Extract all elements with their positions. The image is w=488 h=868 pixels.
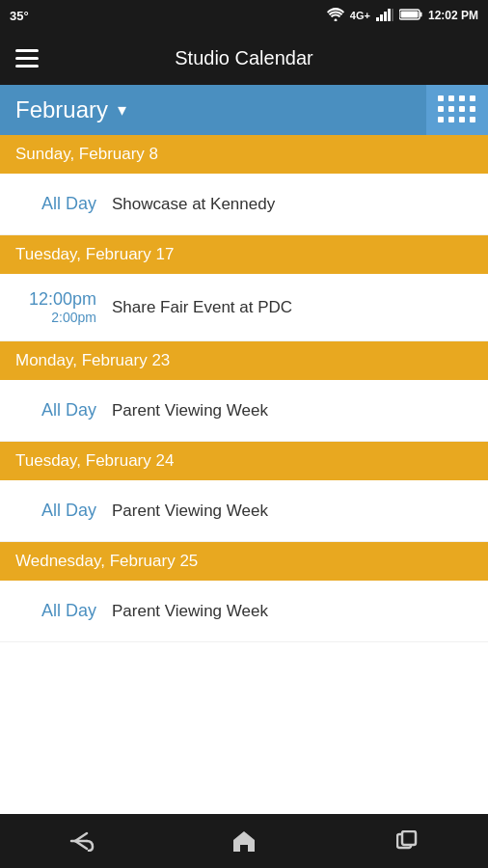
back-button[interactable] xyxy=(52,814,110,868)
calendar-grid-button[interactable] xyxy=(426,85,488,135)
event-time: All Day xyxy=(15,194,112,214)
date-header-3: Tuesday, February 24 xyxy=(0,442,488,480)
event-time: All Day xyxy=(15,400,112,420)
event-row[interactable]: 12:00pm2:00pmShare Fair Event at PDC xyxy=(0,274,488,341)
event-time: All Day xyxy=(15,601,112,621)
month-selector: February ▾ xyxy=(0,85,488,135)
svg-rect-3 xyxy=(388,9,391,21)
home-button[interactable] xyxy=(215,814,273,868)
status-bar: 35° 4G+ xyxy=(0,0,488,31)
date-header-4: Wednesday, February 25 xyxy=(0,542,488,581)
svg-rect-0 xyxy=(376,17,379,21)
svg-rect-1 xyxy=(380,14,383,21)
calendar-content: Sunday, February 8All DayShowcase at Ken… xyxy=(0,135,488,814)
month-name: February xyxy=(15,96,108,123)
wifi-icon xyxy=(327,8,344,24)
chevron-down-icon: ▾ xyxy=(118,99,126,121)
event-time-main: All Day xyxy=(15,400,96,420)
svg-rect-2 xyxy=(384,12,387,21)
event-time: All Day xyxy=(15,501,112,521)
event-row[interactable]: All DayParent Viewing Week xyxy=(0,581,488,642)
time-display: 12:02 PM xyxy=(428,9,478,22)
signal-bars-icon xyxy=(376,8,393,24)
event-title: Parent Viewing Week xyxy=(112,602,473,621)
event-title: Share Fair Event at PDC xyxy=(112,298,473,317)
status-left: 35° xyxy=(10,9,29,23)
date-header-0: Sunday, February 8 xyxy=(0,135,488,174)
svg-rect-7 xyxy=(420,12,421,16)
event-row[interactable]: All DayShowcase at Kennedy xyxy=(0,174,488,235)
event-title: Showcase at Kennedy xyxy=(112,195,473,214)
event-time: 12:00pm2:00pm xyxy=(15,289,112,325)
event-time-main: All Day xyxy=(15,601,96,621)
event-row[interactable]: All DayParent Viewing Week xyxy=(0,480,488,542)
app-bar: Studio Calendar xyxy=(0,31,488,85)
event-row[interactable]: All DayParent Viewing Week xyxy=(0,380,488,442)
signal-4g-icon: 4G+ xyxy=(350,10,370,21)
app-title: Studio Calendar xyxy=(58,47,430,69)
bottom-nav xyxy=(0,814,488,868)
temperature: 35° xyxy=(10,9,29,23)
date-header-2: Monday, February 23 xyxy=(0,341,488,380)
battery-icon xyxy=(399,9,422,23)
svg-rect-4 xyxy=(392,9,393,21)
recents-button[interactable] xyxy=(378,814,436,868)
event-time-main: 12:00pm xyxy=(15,289,96,310)
svg-rect-10 xyxy=(402,831,416,845)
event-title: Parent Viewing Week xyxy=(112,401,473,420)
menu-button[interactable] xyxy=(15,49,39,68)
grid-dots-icon xyxy=(438,95,477,124)
svg-rect-8 xyxy=(241,845,247,852)
month-dropdown[interactable]: February ▾ xyxy=(0,96,426,123)
svg-rect-6 xyxy=(400,11,418,17)
status-right: 4G+ 12:02 PM xyxy=(327,8,478,24)
event-title: Parent Viewing Week xyxy=(112,502,473,521)
date-header-1: Tuesday, February 17 xyxy=(0,235,488,274)
event-time-main: All Day xyxy=(15,501,96,521)
event-time-end: 2:00pm xyxy=(15,310,96,325)
event-time-main: All Day xyxy=(15,194,96,214)
